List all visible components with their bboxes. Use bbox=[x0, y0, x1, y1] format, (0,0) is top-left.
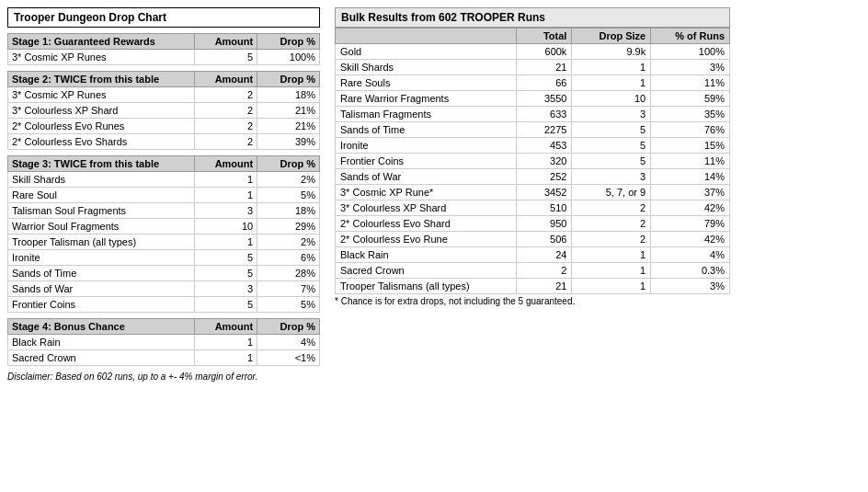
stage2-section: Stage 2: TWICE from this table Amount Dr… bbox=[7, 71, 320, 150]
item-percent: 14% bbox=[651, 169, 730, 185]
item-name: Trooper Talismans (all types) bbox=[336, 279, 517, 294]
item-total: 633 bbox=[517, 107, 572, 122]
item-dropsize: 10 bbox=[572, 91, 651, 107]
table-row: Black Rain 24 1 4% bbox=[336, 247, 730, 263]
item-name: 3* Cosmic XP Runes bbox=[8, 87, 195, 103]
table-row: Trooper Talismans (all types) 21 1 3% bbox=[336, 279, 730, 294]
stage4-section: Stage 4: Bonus Chance Amount Drop % Blac… bbox=[7, 318, 320, 366]
item-name: Talisman Fragments bbox=[336, 107, 517, 122]
item-name: Gold bbox=[336, 44, 517, 60]
item-percent: 59% bbox=[651, 91, 730, 107]
table-row: Sands of Time 2275 5 76% bbox=[336, 122, 730, 138]
stage1-table: Stage 1: Guaranteed Rewards Amount Drop … bbox=[7, 33, 320, 65]
left-panel: Trooper Dungeon Drop Chart Stage 1: Guar… bbox=[7, 7, 320, 382]
right-table: Total Drop Size % of Runs Gold 600k 9.9k… bbox=[335, 28, 730, 294]
stage2-table: Stage 2: TWICE from this table Amount Dr… bbox=[7, 71, 320, 150]
item-drop: 28% bbox=[257, 266, 320, 281]
stage3-table: Stage 3: TWICE from this table Amount Dr… bbox=[7, 155, 320, 313]
right-col-item bbox=[336, 29, 517, 44]
table-row: Sacred Crown 1 <1% bbox=[8, 350, 320, 366]
item-name: 3* Cosmic XP Runes bbox=[8, 50, 195, 65]
item-amount: 2 bbox=[195, 119, 257, 134]
item-total: 3452 bbox=[517, 185, 572, 200]
item-percent: 79% bbox=[651, 216, 730, 232]
item-drop: 18% bbox=[257, 87, 320, 103]
item-amount: 1 bbox=[195, 235, 257, 250]
table-row: 3* Colourless XP Shard 2 21% bbox=[8, 103, 320, 119]
item-total: 21 bbox=[517, 60, 572, 75]
item-name: 2* Colourless Evo Shards bbox=[8, 134, 195, 150]
item-total: 2 bbox=[517, 263, 572, 279]
item-amount: 1 bbox=[195, 350, 257, 366]
table-row: Sands of War 3 7% bbox=[8, 281, 320, 297]
item-amount: 10 bbox=[195, 219, 257, 235]
item-name: Sands of Time bbox=[336, 122, 517, 138]
stage3-col-amount: Amount bbox=[195, 156, 257, 172]
item-percent: 35% bbox=[651, 107, 730, 122]
item-total: 950 bbox=[517, 216, 572, 232]
item-name: Black Rain bbox=[8, 335, 195, 350]
item-name: 2* Colourless Evo Shard bbox=[336, 216, 517, 232]
table-row: 3* Cosmic XP Runes 5 100% bbox=[8, 50, 320, 65]
item-dropsize: 3 bbox=[572, 169, 651, 185]
item-percent: 4% bbox=[651, 247, 730, 263]
table-row: Talisman Soul Fragments 3 18% bbox=[8, 203, 320, 219]
disclaimer: Disclaimer: Based on 602 runs, up to a +… bbox=[7, 372, 320, 382]
table-row: Ironite 453 5 15% bbox=[336, 138, 730, 154]
item-amount: 1 bbox=[195, 172, 257, 188]
item-amount: 2 bbox=[195, 103, 257, 119]
item-percent: 37% bbox=[651, 185, 730, 200]
table-row: Frontier Coins 320 5 11% bbox=[336, 154, 730, 169]
table-row: Gold 600k 9.9k 100% bbox=[336, 44, 730, 60]
item-dropsize: 1 bbox=[572, 279, 651, 294]
item-dropsize: 1 bbox=[572, 263, 651, 279]
stage4-header: Stage 4: Bonus Chance bbox=[8, 319, 195, 335]
item-dropsize: 9.9k bbox=[572, 44, 651, 60]
table-row: Skill Shards 21 1 3% bbox=[336, 60, 730, 75]
stage1-col-amount: Amount bbox=[195, 34, 257, 50]
stage4-col-amount: Amount bbox=[195, 319, 257, 335]
item-total: 21 bbox=[517, 279, 572, 294]
stage2-header: Stage 2: TWICE from this table bbox=[8, 72, 195, 87]
table-row: Rare Souls 66 1 11% bbox=[336, 75, 730, 91]
item-name: 3* Cosmic XP Rune* bbox=[336, 185, 517, 200]
item-amount: 1 bbox=[195, 188, 257, 203]
table-row: 2* Colourless Evo Shards 2 39% bbox=[8, 134, 320, 150]
item-name: Rare Souls bbox=[336, 75, 517, 91]
item-dropsize: 1 bbox=[572, 75, 651, 91]
item-name: Frontier Coins bbox=[336, 154, 517, 169]
table-row: 3* Colourless XP Shard 510 2 42% bbox=[336, 200, 730, 216]
item-amount: 3 bbox=[195, 281, 257, 297]
table-row: Sacred Crown 2 1 0.3% bbox=[336, 263, 730, 279]
table-row: 3* Cosmic XP Rune* 3452 5, 7, or 9 37% bbox=[336, 185, 730, 200]
table-row: Black Rain 1 4% bbox=[8, 335, 320, 350]
item-percent: 3% bbox=[651, 60, 730, 75]
item-dropsize: 2 bbox=[572, 232, 651, 247]
table-row: Ironite 5 6% bbox=[8, 250, 320, 266]
item-total: 3550 bbox=[517, 91, 572, 107]
item-name: Sacred Crown bbox=[8, 350, 195, 366]
item-name: Ironite bbox=[336, 138, 517, 154]
stage3-section: Stage 3: TWICE from this table Amount Dr… bbox=[7, 155, 320, 313]
item-amount: 3 bbox=[195, 203, 257, 219]
item-amount: 5 bbox=[195, 297, 257, 313]
right-panel: Bulk Results from 602 TROOPER Runs Total… bbox=[335, 7, 730, 306]
item-drop: <1% bbox=[257, 350, 320, 366]
item-percent: 42% bbox=[651, 200, 730, 216]
item-drop: 29% bbox=[257, 219, 320, 235]
item-name: Sacred Crown bbox=[336, 263, 517, 279]
item-name: Rare Soul bbox=[8, 188, 195, 203]
item-name: Ironite bbox=[8, 250, 195, 266]
stage1-header: Stage 1: Guaranteed Rewards bbox=[8, 34, 195, 50]
item-name: 3* Colourless XP Shard bbox=[336, 200, 517, 216]
item-name: Skill Shards bbox=[8, 172, 195, 188]
stage3-col-drop: Drop % bbox=[257, 156, 320, 172]
item-amount: 2 bbox=[195, 134, 257, 150]
stage1-section: Stage 1: Guaranteed Rewards Amount Drop … bbox=[7, 33, 320, 65]
item-dropsize: 2 bbox=[572, 200, 651, 216]
left-title: Trooper Dungeon Drop Chart bbox=[7, 7, 320, 28]
table-row: 2* Colourless Evo Shard 950 2 79% bbox=[336, 216, 730, 232]
stage4-col-drop: Drop % bbox=[257, 319, 320, 335]
item-dropsize: 1 bbox=[572, 247, 651, 263]
item-amount: 5 bbox=[195, 50, 257, 65]
